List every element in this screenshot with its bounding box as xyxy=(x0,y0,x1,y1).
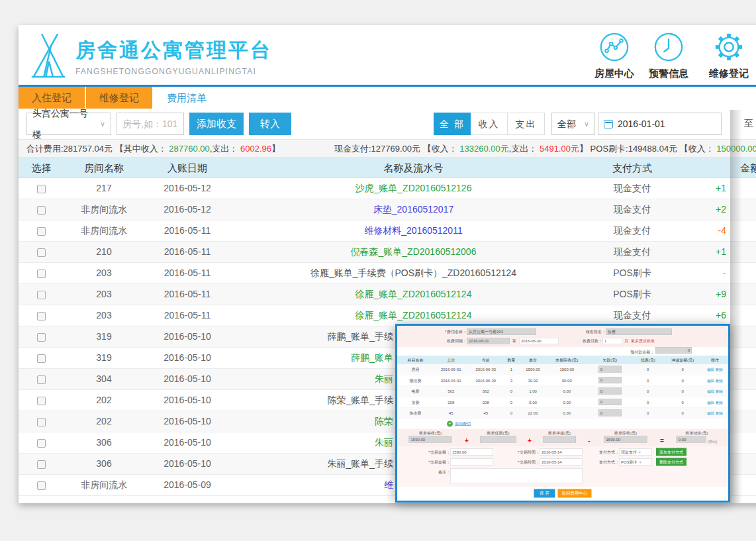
entry-date: 2016-05-11 xyxy=(144,221,231,241)
pay-method-select[interactable]: 现金支付▾ xyxy=(619,448,652,456)
row-checkbox[interactable] xyxy=(37,291,46,299)
summary-cash-income: 133260.00元 xyxy=(459,144,508,154)
save-button[interactable]: 保 存 xyxy=(534,489,555,498)
segment-income[interactable]: 收入 xyxy=(471,113,508,135)
bill-link[interactable]: 维 xyxy=(384,479,393,490)
delete-link[interactable]: 删除 xyxy=(716,400,723,404)
table-row: 非房间流水 2016-05-12 床垫_20160512017 现金支付 +2 xyxy=(19,199,756,221)
discount-label: 账单优惠(元) xyxy=(487,430,510,436)
edit-link[interactable]: 编辑 xyxy=(707,368,714,371)
chevron-down-icon: ∨ xyxy=(584,113,589,134)
popup-form: *费用名称： 头宫公寓一号楼203 租客姓名： 徐雁 收费周期： 2016-06… xyxy=(397,326,728,347)
nav-warning-info[interactable]: 预警信息 xyxy=(645,32,692,80)
back-to-fee-center-button[interactable]: 返回费用中心 xyxy=(558,489,592,498)
receivable-label: 账单应收(元) xyxy=(614,430,637,436)
prepay-input[interactable]: 0 xyxy=(655,347,692,354)
arrears-input[interactable]: 0 xyxy=(598,387,622,394)
tenant-input[interactable]: 徐雁 xyxy=(606,328,672,335)
tab-repair-register[interactable]: 维修登记 xyxy=(86,87,152,109)
trade-time-input[interactable]: 2016-05-14 xyxy=(540,449,583,456)
add-income-expense-button[interactable]: 添加收支 xyxy=(189,113,244,135)
edit-link[interactable]: 编辑 xyxy=(707,389,714,393)
delete-link[interactable]: 删除 xyxy=(716,378,723,382)
top-nav: 房屋中心 预警信息 xyxy=(584,32,756,80)
nav-label: 维修登记 xyxy=(699,68,756,80)
bill-link[interactable]: 徐雁_账单_ZD20160512124 xyxy=(355,310,472,320)
bill-link[interactable]: 陈荣 xyxy=(375,416,393,426)
row-checkbox[interactable] xyxy=(37,185,46,193)
arrears-input[interactable]: 0 xyxy=(598,366,622,372)
bill-link[interactable]: 床垫_20160512017 xyxy=(373,204,453,215)
row-checkbox[interactable] xyxy=(37,439,46,448)
prepay-label: 预付款余额： xyxy=(630,350,654,355)
row-checkbox[interactable] xyxy=(37,481,46,490)
room-name: 304 xyxy=(64,369,144,389)
row-checkbox[interactable] xyxy=(37,354,46,363)
row-checkbox[interactable] xyxy=(37,206,46,215)
period-to-input[interactable]: 2016-06-30 xyxy=(519,338,559,344)
prepay-row: 预付款余额： 0 xyxy=(397,347,728,356)
row-checkbox[interactable] xyxy=(37,270,46,278)
row-checkbox[interactable] xyxy=(37,460,46,469)
nav-repair-register[interactable]: 维修登记 xyxy=(699,32,756,80)
delete-link[interactable]: 删除 xyxy=(716,368,723,371)
offset-input[interactable] xyxy=(543,436,576,443)
app-title: 房舍通公寓管理平台 xyxy=(75,37,272,64)
edit-link[interactable]: 编辑 xyxy=(707,400,714,404)
trade-amount-input[interactable]: 1590.00 xyxy=(450,449,493,456)
pay-method-select[interactable]: POS刷卡▾ xyxy=(619,458,652,466)
trade-amount-input[interactable] xyxy=(450,459,493,466)
balance-input[interactable]: 0.00 xyxy=(677,436,706,443)
discount-input[interactable] xyxy=(480,436,516,443)
date-from-input[interactable]: 2016-01-01 xyxy=(598,113,722,135)
arrears-input[interactable]: 0 xyxy=(598,409,622,416)
bill-link[interactable]: 倪春森_账单_ZD20160512006 xyxy=(351,246,477,257)
months-history-link[interactable]: 更多历史账单 xyxy=(631,338,655,344)
balance-label: 账单结余(元) xyxy=(686,430,708,436)
bill-link[interactable]: 徐雁_账单_ZD20160512124 xyxy=(355,289,472,299)
received-input[interactable]: 1590.00 xyxy=(409,436,452,443)
edit-link[interactable]: 编辑 xyxy=(707,378,714,382)
nav-house-center[interactable]: 房屋中心 xyxy=(591,32,638,80)
category-select[interactable]: 全部 ∨ xyxy=(551,113,595,135)
add-payment-button[interactable]: 添加支付方式 xyxy=(656,448,686,456)
pay-method: 现金支付 xyxy=(596,221,669,241)
segment-expense[interactable]: 支出 xyxy=(508,113,545,135)
fee-detail-popup: *费用名称： 头宫公寓一号楼203 租客姓名： 徐雁 收费周期： 2016-06… xyxy=(395,324,730,503)
months-input[interactable]: 1 xyxy=(602,338,622,344)
building-select[interactable]: 头宫公寓一号楼 ∨ xyxy=(26,113,111,135)
popup-footer: 保 存 返回费用中心 xyxy=(397,487,728,500)
col-name: 名称及流水号 xyxy=(231,158,596,177)
trade-time-input[interactable]: 2016-05-14 xyxy=(540,459,583,466)
offset-label: 账单冲减(元) xyxy=(548,430,571,436)
remark-textarea[interactable] xyxy=(450,468,583,483)
arrears-input[interactable]: 0 xyxy=(598,377,622,383)
segment-all[interactable]: 全 部 xyxy=(434,113,471,135)
period-from-input[interactable]: 2016-06-01 xyxy=(467,338,510,344)
bill-link[interactable]: 朱丽 xyxy=(375,437,393,448)
delete-link[interactable]: 删除 xyxy=(716,389,723,393)
row-checkbox[interactable] xyxy=(37,248,46,257)
arrears-input[interactable]: 0 xyxy=(598,399,622,405)
add-fee-link[interactable]: 添加费用 xyxy=(455,421,471,427)
row-checkbox[interactable] xyxy=(37,312,46,320)
row-checkbox[interactable] xyxy=(37,227,46,236)
bill-link[interactable]: 朱丽 xyxy=(375,373,393,384)
bill-link[interactable]: 沙虎_账单_ZD20160512126 xyxy=(355,183,472,193)
row-checkbox[interactable] xyxy=(37,333,46,342)
edit-link[interactable]: 编辑 xyxy=(707,411,714,415)
row-checkbox[interactable] xyxy=(37,375,46,384)
delete-payment-button[interactable]: 删除支付方式 xyxy=(656,458,686,466)
transfer-in-button[interactable]: 转入 xyxy=(249,113,291,135)
entry-date: 2016-05-10 xyxy=(144,390,231,411)
bill-link[interactable]: 薛鹏_账单 xyxy=(351,352,393,363)
row-checkbox[interactable] xyxy=(37,397,46,405)
room-number-input[interactable] xyxy=(117,113,184,135)
bill-link[interactable]: 维修材料_20160512011 xyxy=(364,225,462,236)
delete-link[interactable]: 删除 xyxy=(716,411,723,415)
fee-name-input[interactable]: 头宫公寓一号楼203 xyxy=(467,328,536,335)
receivable-input[interactable]: 1590.00 xyxy=(604,436,647,443)
room-name: 非房间流水 xyxy=(64,475,144,495)
tab-fee-list[interactable]: 费用清单 xyxy=(154,87,220,109)
row-checkbox[interactable] xyxy=(37,418,46,426)
